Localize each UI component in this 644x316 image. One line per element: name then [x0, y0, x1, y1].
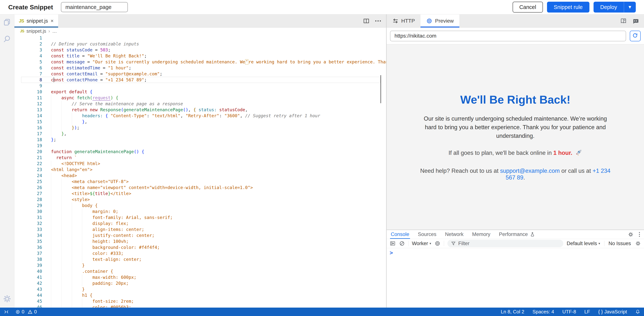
code-line[interactable]: 29body { [14, 202, 386, 208]
deploy-dropdown-caret[interactable]: ▼ [624, 2, 636, 13]
files-icon[interactable] [3, 18, 12, 26]
code-line[interactable]: 16}); [14, 125, 386, 131]
status-bar: 0 0 Ln 8, Col 2 Spaces: 4 UTF-8 LF { } J… [0, 307, 644, 316]
devtools-tab-memory[interactable]: Memory [472, 230, 490, 239]
code-line[interactable]: 3const statusCode = 503; [14, 47, 386, 53]
issues-counter[interactable]: No Issues [608, 241, 631, 246]
tab-http[interactable]: HTTP [387, 15, 420, 28]
support-email-link[interactable]: support@example.com [500, 168, 560, 174]
code-line[interactable]: 23<html lang="en"> [14, 167, 386, 173]
language-mode[interactable]: { } JavaScript [598, 309, 627, 315]
more-actions-icon[interactable] [375, 20, 381, 22]
console-settings-gear-icon[interactable] [635, 240, 641, 246]
encoding-setting[interactable]: UTF-8 [562, 309, 576, 315]
tab-snippet-js[interactable]: JS snippet.js × [14, 15, 58, 28]
activity-bar [0, 15, 14, 307]
code-line[interactable]: 43} [14, 286, 386, 292]
code-line[interactable]: 32display: flex; [14, 220, 386, 226]
cancel-button[interactable]: Cancel [512, 2, 543, 13]
code-line[interactable]: 40.container { [14, 268, 386, 274]
code-line[interactable]: 31font-family: Arial, sans-serif; [14, 214, 386, 220]
code-line[interactable]: 24<head> [14, 173, 386, 179]
problems-indicator[interactable]: 0 0 [15, 309, 37, 315]
code-line[interactable]: 10export default { [14, 89, 386, 95]
code-line[interactable]: 42padding: 20px; [14, 280, 386, 286]
console-output[interactable]: > [387, 248, 644, 307]
code-editor[interactable]: 12// Define your customizable inputs3con… [14, 35, 386, 307]
code-line[interactable]: 18}; [14, 137, 386, 143]
code-line[interactable]: 44h1 { [14, 292, 386, 298]
code-line[interactable]: 28<style> [14, 196, 386, 202]
devtools-tab-sources[interactable]: Sources [418, 230, 436, 239]
kebab-menu-icon[interactable] [639, 232, 640, 237]
console-prompt[interactable]: > [390, 250, 641, 256]
code-line[interactable]: 7const contactEmail = "support@example.c… [14, 71, 386, 77]
devtools-tab-performance[interactable]: Performance [499, 230, 536, 239]
code-line[interactable]: 5const message = "Our site is currently … [14, 59, 386, 65]
search-icon[interactable] [3, 35, 12, 43]
code-line[interactable]: 14headers: { "Content-Type": "text/html"… [14, 113, 386, 119]
discord-icon[interactable] [632, 18, 639, 25]
snippet-rule-button[interactable]: Snippet rule [547, 2, 590, 13]
code-line[interactable]: 22<!DOCTYPE html> [14, 161, 386, 167]
code-line[interactable]: 9 [14, 83, 386, 89]
code-line[interactable]: 13return new Response(generateMaintenanc… [14, 107, 386, 113]
url-input[interactable] [390, 31, 626, 41]
code-line[interactable]: 12// Serve the maintenance page as a res… [14, 101, 386, 107]
worker-context-dropdown[interactable]: Worker ▾ [412, 241, 431, 246]
code-line[interactable]: 20function generateMaintenancePage() { [14, 149, 386, 155]
code-line[interactable]: 35height: 100vh; [14, 238, 386, 244]
snippet-name-input[interactable] [61, 2, 128, 12]
indentation-setting[interactable]: Spaces: 4 [532, 309, 554, 315]
code-line[interactable]: 37color: #333; [14, 250, 386, 256]
code-line[interactable]: 4const title = "We'll Be Right Back!"; [14, 53, 386, 59]
code-line[interactable]: 8const contactPhone = "+1 234 567 89"; [14, 77, 386, 83]
code-line[interactable]: 15}, [14, 119, 386, 125]
code-line[interactable]: 19 [14, 143, 386, 149]
cursor-position[interactable]: Ln 8, Col 2 [501, 309, 524, 315]
docs-book-icon[interactable] [620, 18, 627, 24]
code-line[interactable]: 21 return ` [14, 155, 386, 161]
close-icon[interactable]: × [50, 18, 54, 24]
code-line[interactable]: 41max-width: 600px; [14, 274, 386, 280]
code-line[interactable]: 6const estimatedTime = "1 hour"; [14, 65, 386, 71]
devtools-tab-network[interactable]: Network [445, 230, 464, 239]
breadcrumb[interactable]: JS snippet.js › … [14, 28, 386, 35]
console-sidebar-toggle-icon[interactable] [390, 240, 396, 246]
settings-gear-icon[interactable] [628, 231, 634, 237]
tab-preview[interactable]: Preview [420, 15, 459, 28]
breadcrumb-file[interactable]: snippet.js [26, 29, 46, 34]
eye-icon[interactable] [434, 240, 440, 246]
editor-pane: JS snippet.js × JS snippet.js › … 12// D… [14, 15, 386, 307]
remote-indicator[interactable] [4, 309, 9, 314]
code-line[interactable]: 36background-color: #f4f4f4; [14, 244, 386, 250]
settings-gear-icon[interactable] [3, 294, 12, 303]
code-line[interactable]: 17}, [14, 131, 386, 137]
breadcrumb-more[interactable]: … [52, 29, 57, 34]
code-line[interactable]: 46color: #0056b3; [14, 304, 386, 307]
code-line[interactable]: 27<title>${title}</title> [14, 191, 386, 196]
code-line[interactable]: 30margin: 0; [14, 208, 386, 214]
refresh-button[interactable] [630, 31, 641, 41]
split-editor-icon[interactable] [363, 18, 370, 24]
eol-setting[interactable]: LF [584, 309, 590, 315]
code-line[interactable]: 34justify-content: center; [14, 232, 386, 238]
deploy-button[interactable]: Deploy [594, 2, 624, 13]
code-line[interactable]: 45font-size: 2rem; [14, 298, 386, 304]
code-line[interactable]: 2// Define your customizable inputs [14, 41, 386, 47]
code-line[interactable]: 38text-align: center; [14, 256, 386, 262]
code-line[interactable]: 26<meta name="viewport" content="width=d… [14, 185, 386, 191]
code-line[interactable]: 25<meta charset="UTF-8"> [14, 179, 386, 185]
devtools-tab-console[interactable]: Console [391, 230, 409, 239]
code-line[interactable]: 1 [14, 35, 386, 41]
code-line[interactable]: 11async fetch(request) { [14, 95, 386, 101]
code-line[interactable]: 39} [14, 262, 386, 268]
maintenance-heading: We'll Be Right Back! [420, 93, 611, 106]
clear-console-icon[interactable] [399, 240, 405, 246]
editor-scrollbar-mark[interactable] [380, 75, 381, 103]
code-line[interactable]: 33align-items: center; [14, 226, 386, 232]
preview-viewport: We'll Be Right Back! Our site is current… [387, 44, 644, 230]
notifications-bell[interactable] [635, 309, 640, 314]
filter-input[interactable] [458, 241, 560, 246]
default-levels-dropdown[interactable]: Default levels ▾ [567, 241, 600, 246]
